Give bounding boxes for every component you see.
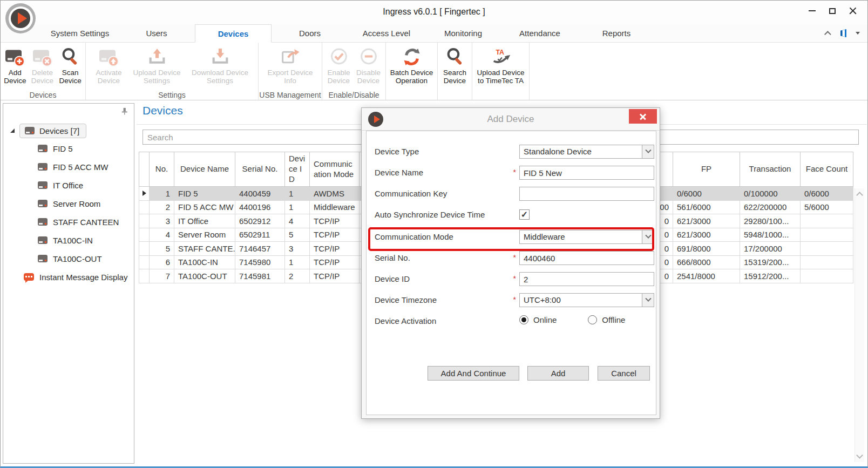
close-icon bbox=[849, 7, 857, 15]
header-face-count[interactable]: Face Count bbox=[801, 152, 853, 187]
tree-item-ta100c-in[interactable]: TA100C-IN bbox=[3, 231, 134, 249]
ribbon-group-search: Search Device bbox=[438, 43, 472, 100]
row-selector-cell[interactable] bbox=[139, 201, 150, 215]
chat-bubble-icon bbox=[24, 273, 34, 281]
cell-face-count bbox=[801, 214, 853, 228]
communication-key-input[interactable] bbox=[519, 187, 654, 201]
tab-reports[interactable]: Reports bbox=[578, 24, 655, 43]
cell-no: 2 bbox=[150, 201, 174, 215]
device-timezone-select[interactable]: UTC+8:00 bbox=[519, 293, 654, 307]
download-device-settings-button: Download Device Settings bbox=[187, 46, 253, 89]
tree-expander-icon[interactable] bbox=[10, 128, 15, 133]
required-marker: * bbox=[506, 295, 516, 304]
field-communication-mode: Communication Mode Middleware bbox=[362, 230, 661, 244]
delete-device-button: Delete Device bbox=[29, 46, 57, 89]
tab-attendance[interactable]: Attendance bbox=[501, 24, 578, 43]
tab-doors[interactable]: Doors bbox=[272, 24, 348, 43]
chevron-down-icon[interactable] bbox=[642, 294, 654, 307]
scroll-down-icon[interactable] bbox=[856, 452, 863, 459]
cell-device-name: FID 5 ACC MW bbox=[174, 201, 235, 215]
device-icon bbox=[25, 127, 35, 134]
minimize-icon bbox=[809, 10, 816, 11]
table-scrollbar[interactable] bbox=[855, 188, 864, 462]
tree-item-staff-canteen[interactable]: STAFF CANTEEN bbox=[3, 213, 134, 231]
chevron-down-icon[interactable] bbox=[642, 145, 654, 158]
dialog-title: Add Device bbox=[362, 114, 660, 125]
cell-device-name: TA100C-IN bbox=[174, 256, 235, 270]
batch-device-operation-button[interactable]: Batch Device Operation bbox=[387, 46, 436, 89]
cell-serial: 6502911 bbox=[235, 228, 285, 242]
device-icon bbox=[38, 218, 48, 226]
header-selector bbox=[139, 152, 150, 187]
header-transaction[interactable]: Transaction bbox=[740, 152, 801, 187]
page-title: Devices bbox=[143, 104, 183, 117]
tab-devices[interactable]: Devices bbox=[195, 24, 272, 43]
chevron-down-icon[interactable] bbox=[642, 230, 654, 243]
required-marker: * bbox=[506, 168, 516, 177]
tab-access-level[interactable]: Access Level bbox=[348, 24, 425, 43]
radio-online[interactable]: Online bbox=[519, 315, 557, 324]
cell-transaction: 15912/200... bbox=[740, 269, 801, 283]
title-bar: Ingress v6.0.1 [ Fingertec ] bbox=[1, 1, 867, 24]
scroll-up-icon[interactable] bbox=[856, 192, 863, 199]
tree-item-ta100c-out[interactable]: TA100C-OUT bbox=[3, 249, 134, 268]
current-row-arrow-icon bbox=[143, 191, 146, 196]
office-icon[interactable] bbox=[839, 29, 848, 38]
enable-device-button: Enable Device bbox=[324, 46, 354, 89]
app-logo-icon[interactable] bbox=[5, 3, 36, 33]
minimize-button[interactable] bbox=[802, 3, 822, 19]
cell-comm-mode: TCP/IP bbox=[310, 256, 360, 270]
search-device-button[interactable]: Search Device bbox=[440, 46, 470, 89]
row-selector-cell[interactable] bbox=[139, 242, 150, 256]
tree-item-instant-message[interactable]: Instant Message Display bbox=[3, 268, 134, 286]
header-serial-no[interactable]: Serial No. bbox=[235, 152, 285, 187]
header-device-id[interactable]: Device ID bbox=[285, 152, 310, 187]
header-device-name[interactable]: Device Name bbox=[174, 152, 235, 187]
tab-monitoring[interactable]: Monitoring bbox=[425, 24, 501, 43]
communication-mode-select[interactable]: Middleware bbox=[519, 230, 654, 244]
options-dropdown-icon[interactable] bbox=[856, 32, 860, 35]
tree-item-it-office[interactable]: IT Office bbox=[3, 176, 134, 194]
row-selector-cell[interactable] bbox=[139, 269, 150, 283]
close-button[interactable] bbox=[843, 3, 863, 19]
required-marker: * bbox=[506, 274, 516, 283]
add-button[interactable]: Add bbox=[527, 366, 589, 381]
row-selector-cell[interactable] bbox=[139, 187, 150, 201]
radio-offline[interactable]: Offline bbox=[588, 315, 625, 324]
auto-sync-checkbox[interactable]: ✓ bbox=[519, 209, 530, 220]
upload-device-settings-button: Upload Device Settings bbox=[127, 46, 187, 89]
tree-item-server-room[interactable]: Server Room bbox=[3, 194, 134, 213]
tab-users[interactable]: Users bbox=[118, 24, 195, 43]
add-and-continue-button[interactable]: Add And Continue bbox=[428, 366, 519, 381]
tab-system-settings[interactable]: System Settings bbox=[42, 24, 118, 43]
cell-partial: 0 bbox=[660, 214, 673, 228]
header-comm-mode[interactable]: Communication Mode bbox=[310, 152, 360, 187]
dialog-close-button[interactable] bbox=[629, 109, 657, 124]
tree-item-fid5[interactable]: FID 5 bbox=[3, 139, 134, 158]
add-device-button[interactable]: Add Device bbox=[2, 46, 29, 89]
maximize-button[interactable] bbox=[822, 3, 843, 19]
activate-device-icon bbox=[99, 47, 119, 67]
row-selector-cell[interactable] bbox=[139, 228, 150, 242]
scan-device-button[interactable]: Scan Device bbox=[56, 46, 84, 89]
serial-no-input[interactable] bbox=[519, 251, 654, 265]
window-title: Ingress v6.0.1 [ Fingertec ] bbox=[1, 7, 867, 17]
device-name-input[interactable] bbox=[519, 166, 654, 180]
header-fp[interactable]: FP bbox=[673, 152, 740, 187]
header-no[interactable]: No. bbox=[150, 152, 174, 187]
cancel-button[interactable]: Cancel bbox=[598, 366, 650, 381]
export-device-info-icon bbox=[280, 47, 301, 67]
row-selector-cell[interactable] bbox=[139, 256, 150, 270]
cell-comm-mode: TCP/IP bbox=[310, 242, 360, 256]
device-tree: Devices [7] FID 5 FID 5 ACC MW IT Office… bbox=[3, 122, 134, 286]
pin-icon[interactable] bbox=[120, 107, 128, 116]
add-device-icon bbox=[5, 47, 25, 67]
device-icon bbox=[38, 163, 48, 171]
tree-item-fid5-acc-mw[interactable]: FID 5 ACC MW bbox=[3, 158, 134, 176]
row-selector-cell[interactable] bbox=[139, 214, 150, 228]
upload-timetec-button[interactable]: TA Upload Device to TimeTec TA bbox=[474, 46, 528, 89]
device-type-select[interactable]: Standalone Device bbox=[519, 145, 654, 159]
cell-transaction: 0/100000 bbox=[740, 187, 801, 201]
tree-root-devices[interactable]: Devices [7] bbox=[3, 122, 134, 139]
device-id-input[interactable] bbox=[519, 272, 654, 286]
